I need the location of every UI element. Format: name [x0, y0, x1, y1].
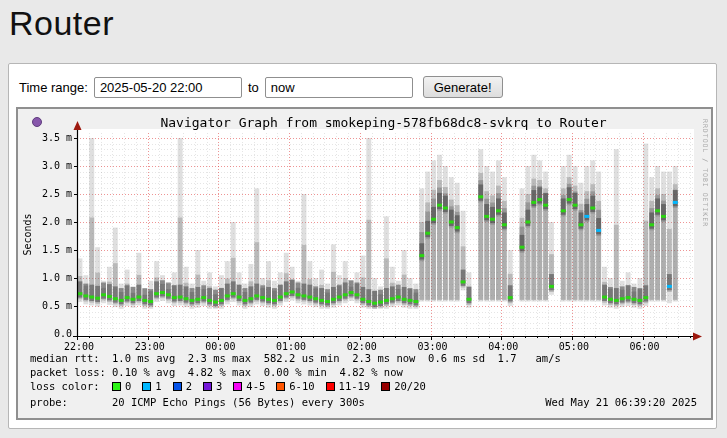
x-tick-label: 04:00: [483, 341, 523, 352]
loss-swatch-20/20: [381, 382, 390, 391]
loss-bucket-label: 3: [216, 380, 222, 392]
loss-bucket: 11-19: [326, 380, 371, 392]
loss-swatch-4-5: [233, 382, 242, 391]
content-panel: Time range: to Generate! Navigator Graph…: [8, 63, 717, 429]
to-label: to: [248, 80, 259, 95]
end-time-input[interactable]: [265, 77, 413, 98]
loss-bucket-label: 20/20: [394, 380, 426, 392]
loss-swatch-2: [173, 382, 182, 391]
y-tick-label: 2.0 m: [28, 216, 72, 227]
loss-bucket-label: 2: [186, 380, 192, 392]
loss-color-buckets: 01234-56-1011-1920/20: [112, 380, 437, 392]
navigator-slider-handle[interactable]: [32, 117, 42, 127]
y-tick-label: 0.5 m: [28, 300, 72, 311]
probe-row: probe: 20 ICMP Echo Pings (56 Bytes) eve…: [30, 396, 365, 408]
loss-bucket: 4-5: [233, 380, 265, 392]
loss-bucket: 20/20: [381, 380, 426, 392]
loss-bucket: 3: [203, 380, 222, 392]
time-range-label: Time range:: [19, 80, 88, 95]
loss-color-row: loss color: 01234-56-1011-1920/20: [30, 380, 437, 392]
graph-timestamp: Wed May 21 06:39:20 2025: [545, 396, 697, 408]
graph-title: Navigator Graph from smokeping-578fb68dc…: [77, 115, 690, 130]
y-tick-label: 1.5 m: [28, 244, 72, 255]
loss-swatch-11-19: [326, 382, 335, 391]
probe-label: probe:: [30, 396, 112, 408]
y-tick-label: 3.5 m: [28, 132, 72, 143]
loss-bucket-label: 0: [125, 380, 131, 392]
loss-bucket-label: 1: [155, 380, 161, 392]
loss-color-label: loss color:: [30, 380, 112, 392]
x-tick-label: 01:00: [271, 341, 311, 352]
loss-bucket-label: 11-19: [339, 380, 371, 392]
y-tick-label: 0.0: [28, 328, 72, 339]
loss-bucket: 0: [112, 380, 131, 392]
median-stats-row: median rtt: 1.0 ms avg 2.3 ms max 582.2 …: [30, 352, 561, 364]
probe-values: 20 ICMP Echo Pings (56 Bytes) every 300s: [112, 396, 365, 408]
loss-swatch-6-10: [276, 382, 285, 391]
graph-container[interactable]: Navigator Graph from smokeping-578fb68dc…: [16, 107, 713, 420]
x-tick-label: 00:00: [200, 341, 240, 352]
loss-bucket: 6-10: [276, 380, 314, 392]
median-values: 1.0 ms avg 2.3 ms max 582.2 us min 2.3 m…: [112, 352, 561, 364]
loss-bucket-label: 6-10: [289, 380, 314, 392]
x-tick-label: 22:00: [59, 341, 99, 352]
y-tick-label: 3.0 m: [28, 160, 72, 171]
loss-bucket-label: 4-5: [246, 380, 265, 392]
loss-swatch-1: [142, 382, 151, 391]
start-time-input[interactable]: [94, 77, 242, 98]
smokeping-page: { "page": { "title": "Router" }, "contro…: [0, 0, 727, 438]
loss-swatch-3: [203, 382, 212, 391]
loss-bucket: 1: [142, 380, 161, 392]
loss-bucket: 2: [173, 380, 192, 392]
time-range-form: Time range: to Generate!: [19, 75, 503, 99]
packet-loss-values: 0.10 % avg 4.82 % max 0.00 % min 4.82 % …: [112, 366, 403, 378]
rrdtool-watermark: RRDTOOL / TOBI OETIKER: [701, 119, 709, 227]
loss-swatch-0: [112, 382, 121, 391]
y-tick-label: 1.0 m: [28, 272, 72, 283]
y-tick-label: 2.5 m: [28, 188, 72, 199]
page-title: Router: [9, 4, 114, 43]
x-tick-label: 23:00: [130, 341, 170, 352]
packet-loss-label: packet loss:: [30, 366, 112, 378]
x-tick-label: 05:00: [554, 341, 594, 352]
x-tick-label: 02:00: [342, 341, 382, 352]
x-tick-label: 03:00: [413, 341, 453, 352]
loss-stats-row: packet loss: 0.10 % avg 4.82 % max 0.00 …: [30, 366, 403, 378]
x-tick-label: 06:00: [625, 341, 665, 352]
median-label: median rtt:: [30, 352, 112, 364]
generate-button[interactable]: Generate!: [423, 76, 503, 98]
